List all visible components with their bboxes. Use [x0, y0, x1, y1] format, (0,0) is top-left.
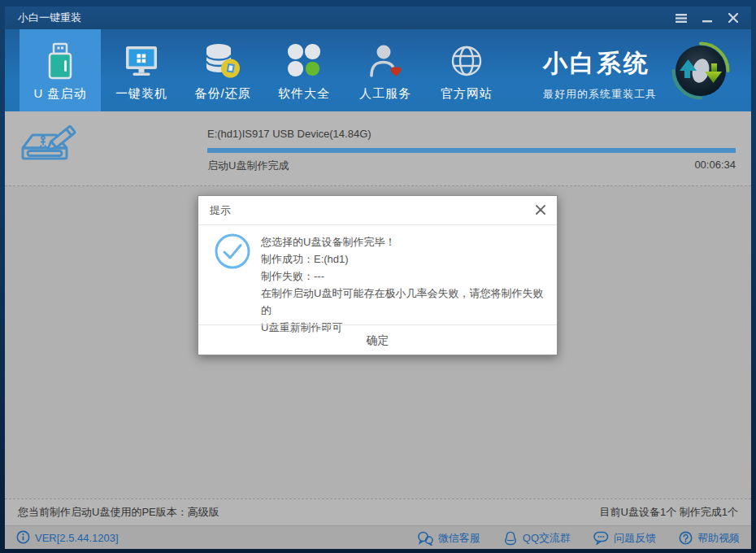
progress-bar: [207, 148, 736, 153]
database-coin-icon: [203, 41, 242, 81]
clover-icon: [285, 41, 324, 81]
check-circle-icon: [214, 233, 251, 273]
footer-link-label: 问题反馈: [614, 531, 656, 546]
dialog-footer: 确定: [198, 324, 557, 355]
dialog-close-button[interactable]: [534, 204, 547, 217]
nav-item-one-key-install[interactable]: 一键装机: [101, 29, 182, 111]
footer-links: 微信客服 QQ交流群: [417, 526, 740, 549]
status-row: 您当前制作启动U盘使用的PE版本：高级版 目前U盘设备1个 制作完成1个: [5, 499, 751, 525]
qq-group-link[interactable]: QQ交流群: [503, 531, 571, 546]
globe-icon: [447, 41, 486, 81]
nav-item-label: 软件大全: [263, 86, 345, 102]
footer-link-label: 微信客服: [438, 531, 480, 546]
help-video-link[interactable]: 帮助视频: [679, 531, 740, 546]
dialog-line: 您选择的U盘设备制作完毕！: [261, 233, 547, 250]
window-title: 小白一键重装: [18, 7, 81, 29]
brand-tagline: 最好用的系统重装工具: [543, 87, 657, 102]
elapsed-time: 00:06:34: [694, 159, 736, 171]
alert-dialog: 提示 您选择的U盘设备制作完毕！ 制作成功：E:(hd1): [198, 195, 558, 355]
menu-icon: [676, 14, 687, 23]
help-circle-icon: [679, 531, 693, 545]
device-count-status: 目前U盘设备1个 制作完成1个: [600, 499, 738, 525]
menu-button[interactable]: [668, 7, 694, 29]
nav-item-software[interactable]: 软件大全: [263, 29, 345, 111]
footer-bar: VER[2.5.44.1203] 微信客服: [5, 525, 751, 549]
dialog-line: 在制作启动U盘时可能存在极小几率会失败，请您将制作失败的: [261, 285, 547, 319]
qq-icon: [503, 531, 518, 546]
progress-bar-fill: [207, 148, 736, 153]
minimize-icon: [702, 14, 712, 23]
app-window: 小白一键重装: [0, 0, 756, 553]
nav-item-label: 一键装机: [101, 86, 182, 102]
dialog-title: 提示: [210, 196, 231, 225]
usb-progress-section: E:(hd1)IS917 USB Device(14.84G) 启动U盘制作完成…: [5, 111, 751, 186]
footer-link-label: QQ交流群: [523, 531, 571, 546]
dialog-line: 制作成功：E:(hd1): [261, 250, 547, 268]
wechat-icon: [417, 531, 433, 546]
wechat-support-link[interactable]: 微信客服: [417, 531, 480, 546]
version-label: VER[2.5.44.1203]: [35, 532, 119, 544]
pe-version-status: 您当前制作启动U盘使用的PE版本：高级版: [18, 499, 219, 525]
drive-pencil-icon: [18, 125, 81, 174]
device-label: E:(hd1)IS917 USB Device(14.84G): [207, 128, 371, 140]
window-frame: 小白一键重装: [5, 7, 751, 549]
footer-link-label: 帮助视频: [697, 531, 740, 546]
minimize-button[interactable]: [694, 7, 720, 29]
nav-item-support[interactable]: 人工服务: [345, 29, 426, 111]
refresh-arrows-logo: [670, 40, 732, 102]
progress-status: 启动U盘制作完成: [207, 159, 289, 173]
nav-items: U 盘启动: [20, 29, 507, 111]
monitor-windows-icon: [122, 41, 161, 81]
nav-item-label: 官方网站: [426, 86, 507, 102]
close-button[interactable]: [720, 7, 746, 29]
titlebar: 小白一键重装: [5, 7, 751, 29]
feedback-bubble-icon: [593, 531, 609, 545]
person-heart-icon: [366, 41, 405, 81]
brand-block: 小白系统 最好用的系统重装工具: [543, 47, 657, 102]
window-controls: [668, 7, 746, 29]
ok-button[interactable]: 确定: [342, 325, 414, 355]
brand-name: 小白系统: [543, 47, 657, 81]
dialog-header: 提示: [198, 196, 557, 225]
version-info[interactable]: VER[2.5.44.1203]: [16, 526, 119, 549]
nav-item-label: U 盘启动: [20, 86, 101, 102]
close-icon: [536, 203, 545, 218]
nav-item-label: 人工服务: [345, 86, 426, 102]
nav-item-website[interactable]: 官方网站: [426, 29, 507, 111]
dialog-line: 制作失败：---: [261, 268, 547, 285]
nav-item-backup-restore[interactable]: 备份/还原: [182, 29, 263, 111]
dialog-message: 您选择的U盘设备制作完毕！ 制作成功：E:(hd1) 制作失败：--- 在制作启…: [261, 233, 547, 336]
usb-drive-icon: [41, 41, 80, 81]
close-icon: [728, 13, 738, 23]
nav-item-label: 备份/还原: [182, 86, 263, 102]
info-icon: [16, 530, 30, 546]
nav-bar: U 盘启动: [5, 29, 751, 111]
feedback-link[interactable]: 问题反馈: [593, 531, 656, 546]
nav-item-usb-boot[interactable]: U 盘启动: [20, 29, 101, 111]
